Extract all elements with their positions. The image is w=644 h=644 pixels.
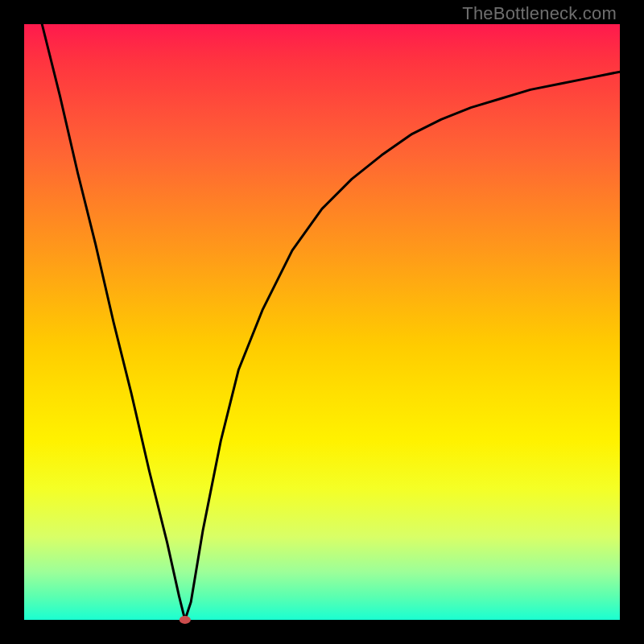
minimum-marker bbox=[180, 616, 191, 624]
watermark-text: TheBottleneck.com bbox=[462, 3, 617, 24]
bottleneck-curve bbox=[42, 24, 620, 620]
plot-area bbox=[24, 24, 620, 620]
chart-frame: TheBottleneck.com bbox=[0, 0, 644, 644]
curve-svg bbox=[24, 24, 620, 620]
